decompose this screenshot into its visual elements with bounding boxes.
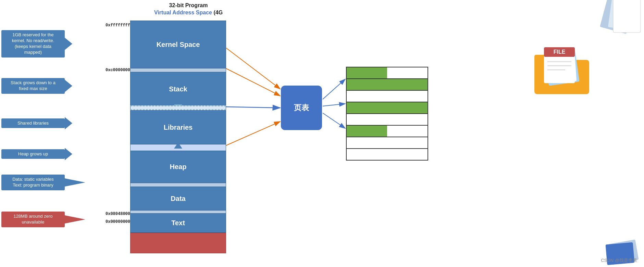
block-libraries: Libraries <box>130 110 226 144</box>
arrow-pt-to-phys2 <box>323 104 345 106</box>
label-heap-arrow <box>65 148 72 160</box>
label-128mb-box: 128MB around zerounavailable <box>1 212 65 227</box>
arrow-libraries-to-pagetable <box>226 107 280 108</box>
page-table-label: 页表 <box>294 103 309 113</box>
arrow-pt-to-phys3 <box>323 113 345 128</box>
label-data-text: Data: static variablesText: program bina… <box>1 175 85 190</box>
block-heap: Heap <box>130 151 226 183</box>
phys-row-2 <box>346 78 428 91</box>
block-text: Text <box>130 213 226 233</box>
diagram-title: 32-bit Program Virtual Address Space (4G <box>154 2 223 16</box>
label-shared-arrow <box>65 117 72 129</box>
memory-diagram: Kernel Space Stack Libraries Heap Data T… <box>130 21 226 233</box>
phys-cell-green <box>347 67 387 78</box>
gap-dashed <box>130 105 226 110</box>
phys-cell-white-full4 <box>347 149 428 160</box>
gap5 <box>130 211 226 213</box>
label-kernel: 1GB reserved for thekernel. No read/writ… <box>1 30 72 58</box>
block-unavailable <box>130 233 226 253</box>
watermark: CSDN @我是李果 <box>601 257 637 264</box>
svg-rect-14 <box>613 0 641 33</box>
phys-cell-white3 <box>387 126 428 137</box>
phys-cell-green3 <box>347 126 387 137</box>
phys-row-7 <box>346 137 428 149</box>
arrows-overlay <box>0 0 644 267</box>
title-line2-prefix: Virtual Address Space <box>154 10 213 15</box>
title-line2-suffix: (4G <box>213 10 223 15</box>
phys-cell-white-full3 <box>347 137 428 148</box>
addr-00000000: 0x00000000 <box>106 219 130 224</box>
label-shared-box: Shared libraries <box>1 118 65 128</box>
label-data-text-box: Data: static variablesText: program bina… <box>1 175 65 190</box>
phys-row-3 <box>346 90 428 102</box>
phys-row-1 <box>346 67 428 79</box>
title-line1: 32-bit Program <box>169 2 208 8</box>
phys-cell-white-full2 <box>347 114 428 125</box>
physical-memory <box>346 67 428 166</box>
svg-text:FILE: FILE <box>554 49 566 55</box>
arrow-stack-to-pagetable <box>226 68 280 96</box>
gap1 <box>130 68 226 72</box>
label-128mb: 128MB around zerounavailable <box>1 212 85 227</box>
phys-cell-white <box>387 67 428 78</box>
block-stack: Stack <box>130 72 226 106</box>
addr-08048000: 0x08048000 <box>106 212 130 216</box>
heap-up-arrow <box>174 142 182 149</box>
addr-ffffffff: 0xffffffff <box>106 23 130 28</box>
file-folder-icon: FILE <box>531 44 593 97</box>
phys-row-6 <box>346 125 428 137</box>
label-stack-box: Stack grows down to afixed max size <box>1 78 65 94</box>
label-stack-arrow <box>65 80 72 92</box>
label-heap: Heap grows up <box>1 148 72 160</box>
decorative-doc-corner <box>575 0 644 42</box>
doc-corner-svg <box>575 0 644 41</box>
phys-cell-green-full2 <box>347 102 428 113</box>
label-shared: Shared libraries <box>1 117 72 129</box>
gap4 <box>130 183 226 187</box>
label-kernel-arrow <box>65 38 72 50</box>
folder-svg: FILE <box>531 44 593 96</box>
arrow-heap-to-pagetable <box>226 122 280 145</box>
page-table-box: 页表 <box>281 86 322 130</box>
label-heap-box: Heap grows up <box>1 149 65 159</box>
arrow-pt-to-phys1 <box>323 79 345 99</box>
phys-row-4 <box>346 102 428 114</box>
phys-row-8 <box>346 148 428 161</box>
block-data: Data <box>130 187 226 211</box>
label-stack: Stack grows down to afixed max size <box>1 78 72 94</box>
arrow-kernel-to-pagetable <box>226 48 280 89</box>
phys-cell-green-full <box>347 79 428 90</box>
label-128mb-arrow <box>65 215 85 224</box>
block-kernel: Kernel Space <box>130 21 226 68</box>
phys-cell-white-full <box>347 91 428 102</box>
label-data-text-arrow <box>65 178 85 187</box>
label-kernel-box: 1GB reserved for thekernel. No read/writ… <box>1 30 65 58</box>
phys-row-5 <box>346 113 428 126</box>
addr-c0000000: 0xc0000000 <box>106 68 130 73</box>
